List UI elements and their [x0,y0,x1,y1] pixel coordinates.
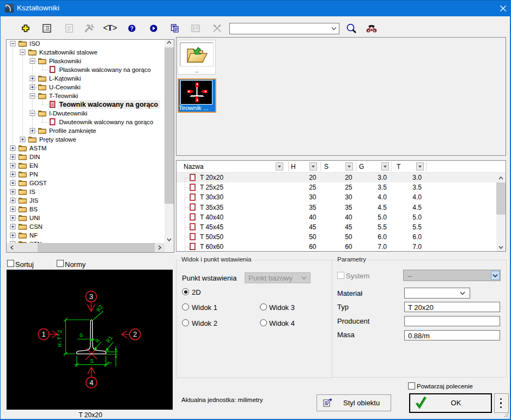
svg-text:T 35x35: T 35x35 [200,204,223,211]
svg-text:H-T*2: H-T*2 [57,330,63,347]
svg-text:3.0: 3.0 [412,174,422,181]
svg-text:T 45x45: T 45x45 [200,223,223,231]
svg-text:JIS: JIS [29,197,39,204]
svg-text:UNI: UNI [29,215,40,221]
svg-text:T 25x25: T 25x25 [200,184,223,191]
svg-text:Dwuteownik walcowany na gorąco: Dwuteownik walcowany na gorąco [59,119,154,125]
svg-text:IS: IS [29,188,35,195]
svg-text:5.0: 5.0 [412,214,422,221]
svg-text:45: 45 [345,223,352,231]
svg-text:T 30x30: T 30x30 [200,193,223,201]
svg-text:4.5: 4.5 [412,204,422,211]
svg-text:3.0: 3.0 [378,174,387,181]
svg-text:ISO: ISO [29,40,40,47]
svg-text:6.0: 6.0 [378,233,387,241]
svg-text:Płaskownik walcowany na gorąco: Płaskownik walcowany na gorąco [59,66,151,73]
svg-text:20: 20 [309,174,317,181]
svg-text:40: 40 [309,214,317,221]
svg-text:45: 45 [309,223,317,231]
svg-text:CSN: CSN [29,223,42,230]
svg-text:20: 20 [345,174,352,181]
svg-text:4: 4 [89,379,93,387]
svg-text:T-Teowniki: T-Teowniki [49,93,78,99]
svg-text:30: 30 [345,193,352,201]
svg-text:3.5: 3.5 [378,184,387,191]
svg-text:BS: BS [29,206,38,212]
svg-text:2: 2 [133,330,137,338]
svg-text:Kształtowniki stalowe: Kształtowniki stalowe [39,49,98,56]
svg-text:G: G [80,332,83,339]
svg-text:Płaskowniki: Płaskowniki [49,58,81,64]
svg-text:35: 35 [309,204,317,211]
svg-text:50: 50 [309,233,317,241]
svg-text:40: 40 [345,214,352,221]
svg-text:60: 60 [309,243,317,251]
svg-text:NF: NF [29,232,38,239]
svg-text:7.0: 7.0 [378,243,387,251]
svg-text:?: ? [130,25,133,32]
svg-text:5.5: 5.5 [378,223,387,231]
svg-text:6.0: 6.0 [412,233,422,241]
svg-text:5.5: 5.5 [412,223,422,231]
svg-text:4.0: 4.0 [412,193,422,201]
svg-text:PN: PN [29,171,38,178]
svg-text:3.5: 3.5 [412,184,422,191]
svg-text:EN: EN [29,162,38,169]
svg-text:3: 3 [89,293,93,301]
svg-text:25: 25 [309,184,317,191]
svg-text:60: 60 [345,243,352,251]
svg-text:U-Ceowniki: U-Ceowniki [49,84,81,90]
svg-text:I-Dwuteowniki: I-Dwuteowniki [49,110,87,117]
svg-text:GOST: GOST [29,180,47,186]
svg-text:T 40x40: T 40x40 [200,214,223,221]
svg-text:S: S [90,358,94,364]
svg-text:5.0: 5.0 [378,214,387,221]
svg-text:1: 1 [41,330,45,338]
svg-text:50: 50 [345,233,352,241]
svg-text:7.0: 7.0 [412,243,422,251]
svg-text:ASTM: ASTM [29,145,46,151]
svg-text:T 50x50: T 50x50 [200,233,223,241]
svg-text:L-Kątowniki: L-Kątowniki [49,75,81,82]
svg-text:4.0: 4.0 [378,193,387,201]
svg-text:R2: R2 [95,304,105,313]
svg-text:Profile zamknięte: Profile zamknięte [49,127,96,134]
svg-text:35: 35 [345,204,352,211]
svg-text:25: 25 [345,184,352,191]
svg-text:Teownik walcowany na gorąco: Teownik walcowany na gorąco [59,101,159,108]
svg-text:30: 30 [309,193,317,201]
svg-text:Pręty stalowe: Pręty stalowe [39,136,76,143]
svg-text:4.5: 4.5 [378,204,387,211]
svg-text:DIN: DIN [29,154,40,160]
svg-text:T 20x20: T 20x20 [200,174,223,181]
svg-text:T 60x60: T 60x60 [200,243,223,251]
